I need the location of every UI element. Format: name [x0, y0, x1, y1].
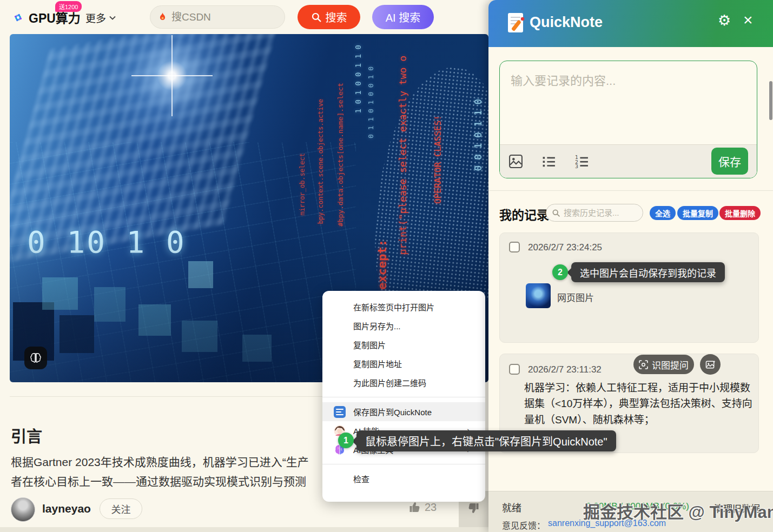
ai-brain-overlay-button[interactable] [24, 347, 47, 369]
record-date: 2026/2/7 23:11:32 [528, 364, 602, 375]
record-image-label: 网页图片 [557, 290, 594, 304]
menu-item-copy-image[interactable]: 复制图片 [322, 335, 485, 354]
record-checkbox[interactable] [509, 242, 520, 252]
chevron-down-icon [109, 16, 116, 20]
image-action-button[interactable] [700, 354, 721, 375]
author-avatar[interactable] [11, 497, 35, 522]
close-icon[interactable]: × [743, 11, 753, 29]
dislike-button[interactable] [466, 502, 480, 517]
records-search-box [546, 204, 643, 222]
watermark: 掘金技术社区 @ TinyManta [583, 498, 773, 523]
panel-divider [488, 190, 773, 191]
scan-image-icon [639, 360, 648, 369]
menu-item-save-image-as[interactable]: 图片另存为... [322, 316, 485, 335]
records-search-input[interactable] [564, 208, 634, 217]
like-count: 23 [425, 501, 437, 514]
more-menu[interactable]: 更多 [85, 10, 116, 25]
menu-item-open-image-new-tab[interactable]: 在新标签页中打开图片 [322, 297, 485, 316]
save-note-button[interactable]: 保存 [711, 148, 748, 175]
site-header: GPU算力 送1200 更多 搜索 AI 搜索 [0, 0, 488, 34]
tour-step-1-tooltip: 鼠标悬停图片上，右键点击"保存图片到QuickNote" [356, 430, 616, 451]
article-heading: 引言 [11, 424, 42, 447]
logo-sparkle-icon [11, 10, 25, 25]
record-checkbox[interactable] [509, 364, 520, 375]
note-toolbar: 123 保存 [500, 144, 757, 178]
bullet-list-button[interactable] [541, 154, 556, 169]
search-button[interactable]: 搜索 [298, 5, 360, 29]
record-image-thumbnail[interactable] [526, 283, 551, 308]
image-context-menu: 在新标签页中打开图片 图片另存为... 复制图片 复制图片地址 为此图片创建二维… [322, 291, 485, 502]
feedback-label: 意见反馈： [502, 518, 545, 531]
settings-gear-icon[interactable]: ⚙ [718, 12, 731, 29]
tour-step-2-tooltip: 选中图片会自动保存到我的记录 [571, 262, 725, 282]
tour-step-1-badge: 1 [338, 433, 354, 448]
brain-icon [29, 352, 42, 364]
quicknote-doc-icon [334, 406, 346, 418]
records-title: 我的记录 [499, 205, 549, 223]
author-name[interactable]: layneyao [42, 502, 91, 515]
tour-step-2-badge: 2 [552, 264, 568, 280]
insert-image-button[interactable] [508, 154, 523, 169]
thumbs-down-icon [466, 502, 480, 515]
thumbs-up-icon [408, 501, 422, 514]
record-text: 机器学习：依赖人工特征工程，适用于中小规模数据集（<10万样本），典型算法包括决… [524, 380, 754, 428]
menu-item-copy-image-address[interactable]: 复制图片地址 [322, 354, 485, 373]
page-bottom-strip [0, 527, 488, 532]
batch-copy-button[interactable]: 批量复制 [677, 206, 718, 220]
menu-item-inspect[interactable]: 检查 [322, 469, 485, 488]
follow-button[interactable]: 关注 [100, 498, 142, 519]
search-icon [311, 12, 322, 23]
image-sparkle-icon [705, 360, 716, 370]
quicknote-title: QuickNote [530, 14, 603, 31]
vision-ask-button[interactable]: 识图提问 [633, 355, 694, 374]
note-input[interactable] [500, 61, 757, 144]
site-search-input[interactable] [171, 11, 263, 23]
ai-search-button[interactable]: AI 搜索 [372, 5, 434, 29]
svg-text:3: 3 [575, 163, 578, 169]
quicknote-header: QuickNote ⚙ × [488, 0, 773, 47]
search-icon [552, 209, 560, 217]
menu-item-save-to-quicknote[interactable]: 保存图片到QuickNote [322, 402, 485, 421]
record-date: 2026/2/7 23:24:25 [528, 242, 602, 253]
quicknote-logo-icon [506, 11, 526, 36]
select-all-button[interactable]: 全选 [650, 206, 676, 220]
records-header: 我的记录 全选 批量复制 批量删除 [488, 203, 773, 224]
note-editor-card: 123 保存 [499, 61, 757, 178]
site-search-box [150, 5, 285, 29]
promo-badge: 送1200 [55, 1, 82, 12]
menu-separator [322, 397, 485, 397]
panel-scrollbar-thumb[interactable] [769, 81, 772, 120]
status-text: 就绪 [502, 500, 521, 514]
batch-delete-button[interactable]: 批量删除 [719, 206, 761, 220]
flame-icon [158, 12, 167, 23]
menu-separator [322, 464, 485, 464]
like-button[interactable]: 23 [408, 501, 437, 514]
record-card: 2026/2/7 23:24:25 网页图片 [499, 232, 759, 343]
menu-item-create-qr-code[interactable]: 为此图片创建二维码 [322, 373, 485, 392]
numbered-list-button[interactable]: 123 [574, 154, 589, 169]
